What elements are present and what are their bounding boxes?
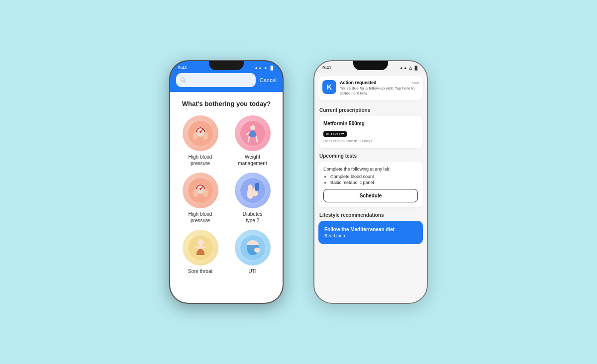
rx-name: Metformin 500mg: [323, 121, 418, 126]
signal-icon: ▲▲: [254, 66, 262, 70]
prescription-card: Metformin 500mg DELIVERY Refill is avail…: [318, 116, 423, 148]
status-icons-2: ▲▲ △ ▐▌: [399, 66, 419, 70]
condition-item-diabetes[interactable]: Diabetestype 2: [228, 173, 277, 224]
condition-item-bp1[interactable]: High bloodpressure: [176, 115, 224, 167]
svg-point-7: [203, 132, 208, 140]
svg-point-13: [199, 188, 201, 190]
notch-1: [209, 61, 244, 70]
refill-text: Refill is available in 30 days: [323, 139, 418, 143]
phone-2: 9:41 ▲▲ △ ▐▌ K Action requested now You'…: [313, 60, 428, 304]
cancel-button[interactable]: Cancel: [260, 77, 277, 83]
svg-line-1: [184, 81, 186, 83]
search-header: Cancel: [170, 73, 283, 92]
condition-icon-weight: [235, 115, 271, 151]
status-icons-1: ▲▲ ▲ ▐▌: [254, 66, 275, 70]
notification-content: Action requested now You're due for a fo…: [340, 80, 419, 96]
condition-item-weight[interactable]: Weightmanagement: [228, 115, 277, 167]
condition-label-weight: Weightmanagement: [238, 154, 267, 167]
lifestyle-title: Follow the Mediterranean diet: [324, 227, 417, 232]
condition-label-diabetes: Diabetestype 2: [243, 211, 262, 224]
tests-card: Complete the following at any lab: Compl…: [318, 162, 423, 207]
lifestyle-read-more[interactable]: Read more: [324, 233, 417, 238]
conditions-body: What's bothering you today?: [170, 92, 283, 303]
condition-item-throat[interactable]: Sore throat: [176, 230, 224, 274]
test-list: Complete blood count Basic metabolic pan…: [323, 174, 418, 185]
battery-icon: ▐▌: [269, 66, 275, 70]
notif-time: now: [411, 81, 419, 85]
lifestyle-card[interactable]: Follow the Mediterranean diet Read more: [318, 221, 423, 244]
tests-intro: Complete the following at any lab:: [323, 167, 418, 172]
svg-point-5: [199, 131, 201, 133]
phone-1: 9:41 ▲▲ ▲ ▐▌ Cancel What's bothering you…: [169, 60, 284, 304]
battery-icon-2: ▐▌: [413, 66, 419, 70]
condition-item-bp2[interactable]: High bloodpressure: [176, 173, 224, 224]
delivery-badge: DELIVERY: [323, 131, 347, 137]
time-1: 9:41: [178, 65, 187, 70]
wifi-icon: ▲: [264, 66, 268, 70]
conditions-title: What's bothering you today?: [174, 100, 279, 107]
svg-point-14: [193, 189, 198, 197]
search-bar[interactable]: [176, 73, 256, 87]
dashboard-body: K Action requested now You're due for a …: [314, 73, 427, 303]
svg-point-15: [203, 189, 208, 197]
condition-icon-throat: [183, 230, 218, 266]
time-2: 9:41: [322, 65, 331, 70]
condition-label-bp2: High bloodpressure: [189, 211, 212, 224]
notif-header: Action requested now: [340, 80, 419, 85]
condition-icon-uti: [235, 230, 271, 266]
condition-label-bp1: High bloodpressure: [189, 154, 212, 167]
svg-point-6: [193, 132, 198, 140]
notif-body: You're due for a follow-up visit. Tap he…: [340, 86, 419, 96]
condition-icon-bp2: [183, 173, 218, 208]
conditions-grid: High bloodpressure Weightm: [174, 115, 279, 274]
prescriptions-section-label: Current prescriptions: [314, 103, 427, 115]
condition-icon-bp1: [183, 115, 218, 151]
tests-section-label: Upcoming tests: [314, 149, 427, 161]
condition-icon-diabetes: [235, 173, 271, 208]
svg-point-19: [248, 184, 253, 191]
svg-point-23: [198, 239, 203, 245]
schedule-button[interactable]: Schedule: [323, 189, 418, 202]
lifestyle-section-label: Lifestyle recommendations: [314, 208, 427, 220]
test-item-2: Basic metabolic panel: [330, 180, 418, 185]
notification-card[interactable]: K Action requested now You're due for a …: [318, 76, 423, 100]
test-item-1: Complete blood count: [330, 174, 418, 179]
signal-icon-2: ▲▲: [399, 66, 407, 70]
notif-title: Action requested: [340, 80, 377, 85]
wifi-icon-2: △: [409, 66, 412, 70]
search-icon: [180, 77, 186, 83]
condition-label-throat: Sore throat: [188, 268, 212, 274]
condition-item-uti[interactable]: UTI: [228, 230, 277, 274]
condition-label-uti: UTI: [248, 268, 256, 274]
svg-point-9: [250, 125, 255, 130]
svg-point-27: [254, 248, 260, 253]
notch-2: [353, 61, 388, 70]
svg-rect-21: [257, 190, 258, 192]
app-icon: K: [322, 80, 336, 94]
svg-rect-20: [255, 183, 259, 191]
